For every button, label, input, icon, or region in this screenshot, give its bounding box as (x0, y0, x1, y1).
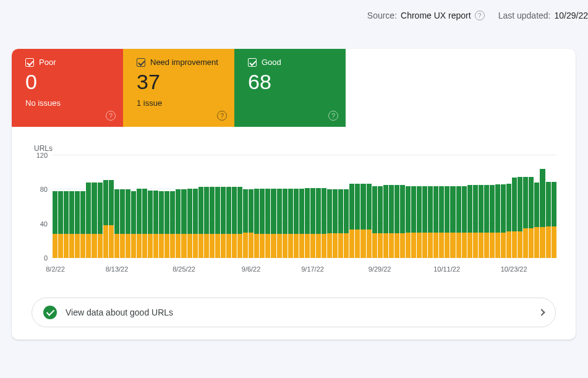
bar (170, 155, 175, 258)
bar (327, 155, 332, 258)
bar (310, 155, 315, 258)
help-icon[interactable]: ? (328, 111, 338, 121)
meta-source-value: Chrome UX report (401, 11, 471, 20)
y-tick: 0 (44, 254, 48, 262)
bar (243, 155, 248, 258)
bar (540, 155, 545, 258)
bar (288, 155, 293, 258)
bar (501, 155, 506, 258)
bar (92, 155, 96, 258)
bar (75, 155, 80, 258)
bar (367, 155, 372, 258)
y-tick: 120 (36, 152, 48, 159)
tile-subtext: 1 issue (137, 98, 223, 108)
bar (512, 155, 517, 258)
bar (439, 155, 444, 258)
bar (360, 155, 365, 258)
bar (103, 155, 108, 258)
tile-poor[interactable]: Poor 0 No issues ? (12, 49, 123, 127)
bar (221, 155, 226, 258)
bar (355, 155, 360, 258)
bar (417, 155, 422, 258)
bar (338, 155, 343, 258)
bar (204, 155, 209, 258)
page-meta: Source: Chrome UX report ? Last updated:… (0, 0, 588, 20)
bar (322, 155, 326, 258)
bar (210, 155, 215, 258)
bar (232, 155, 237, 258)
chip-label: View data about good URLs (66, 307, 530, 317)
bar (495, 155, 500, 258)
bar (176, 155, 181, 258)
tile-good[interactable]: Good 68 ? (234, 49, 346, 127)
x-tick: 9/6/22 (242, 265, 261, 273)
bar (198, 155, 203, 258)
bar (283, 155, 288, 258)
bar (109, 155, 114, 258)
bar (518, 155, 522, 258)
bar (479, 155, 484, 258)
bar (80, 155, 85, 258)
bar (131, 155, 136, 258)
bar (187, 155, 192, 258)
bar (344, 155, 349, 258)
bar (428, 155, 433, 258)
bar (422, 155, 427, 258)
bar (445, 155, 450, 258)
bar (534, 155, 539, 258)
plot-area (53, 155, 556, 258)
chart-section: URLs 040801208/2/228/13/228/25/229/6/229… (12, 127, 576, 279)
help-icon[interactable]: ? (217, 111, 227, 121)
bar (237, 155, 242, 258)
tile-count: 68 (248, 71, 334, 93)
bar (305, 155, 310, 258)
checkbox-icon[interactable] (137, 58, 145, 67)
bar (372, 155, 377, 258)
bar (114, 155, 119, 258)
bar (86, 155, 91, 258)
bar (153, 155, 158, 258)
bar (98, 155, 103, 258)
bar (193, 155, 198, 258)
checkbox-icon[interactable] (25, 58, 34, 67)
bar (277, 155, 282, 258)
tile-title: Poor (39, 58, 56, 67)
bar (333, 155, 338, 258)
cwv-card: Poor 0 No issues ? Need improvement 37 1… (12, 49, 576, 340)
bar (433, 155, 438, 258)
bar (456, 155, 461, 258)
tile-count: 37 (137, 71, 223, 93)
x-tick: 9/17/22 (301, 265, 324, 273)
bar (299, 155, 304, 258)
x-axis: 8/2/228/13/228/25/229/6/229/17/229/29/22… (53, 260, 556, 273)
x-tick: 8/25/22 (173, 265, 195, 273)
help-icon[interactable]: ? (475, 11, 485, 20)
bar (462, 155, 467, 258)
checkbox-icon[interactable] (248, 58, 257, 67)
bar (181, 155, 186, 258)
bar (349, 155, 354, 258)
meta-updated: Last updated: 10/29/22 (498, 11, 588, 20)
bar (389, 155, 394, 258)
meta-updated-label: Last updated: (498, 11, 551, 20)
y-tick: 80 (40, 186, 48, 193)
tile-need-improvement[interactable]: Need improvement 37 1 issue ? (123, 49, 234, 127)
x-tick: 10/11/22 (433, 265, 460, 273)
bar (473, 155, 478, 258)
bar (316, 155, 321, 258)
bar (53, 155, 58, 258)
chart-y-label: URLs (34, 144, 556, 153)
bar (271, 155, 276, 258)
x-tick: 10/23/22 (501, 265, 527, 273)
chevron-right-icon (538, 309, 545, 316)
meta-source-label: Source: (367, 11, 397, 20)
bar (120, 155, 125, 258)
bar (450, 155, 455, 258)
bar (142, 155, 147, 258)
bar (490, 155, 495, 258)
x-tick: 8/2/22 (46, 265, 65, 273)
bar (164, 155, 169, 258)
view-good-urls-chip[interactable]: View data about good URLs (32, 298, 556, 327)
x-tick: 9/29/22 (369, 265, 391, 273)
help-icon[interactable]: ? (106, 111, 116, 121)
